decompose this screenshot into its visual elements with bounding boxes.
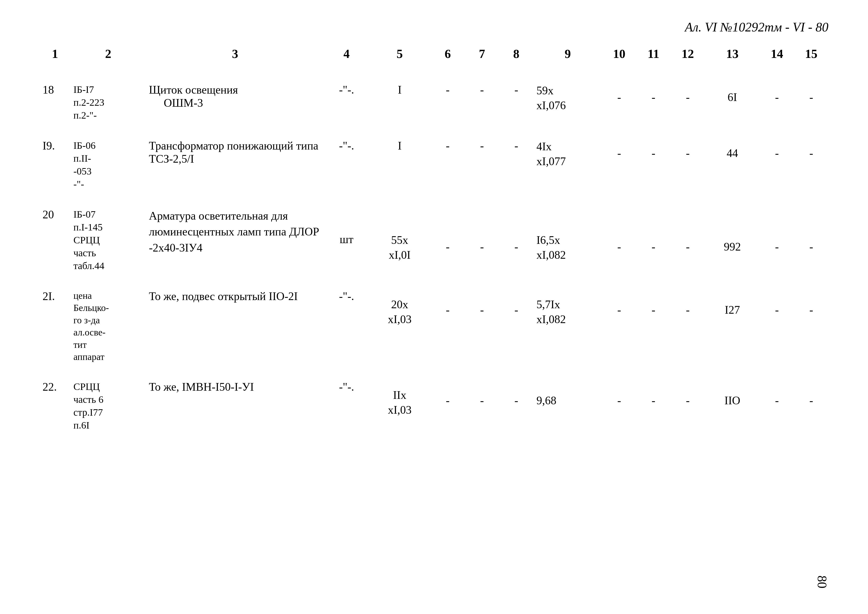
- table-row: 18 IБ-I7п.2-223п.2-"- Щиток освещенияОШМ…: [40, 71, 828, 124]
- row-20-col3: Арматура осветительная для люминесцентны…: [146, 193, 324, 275]
- row-22-col14: -: [760, 365, 794, 434]
- document-title: Ал. VI №10292тм - VI - 80: [685, 20, 828, 34]
- row-21-col3: То же, подвес открытый IIO-2I: [146, 275, 324, 365]
- row-20-col6: -: [431, 193, 465, 275]
- row-19-col7: -: [465, 124, 499, 193]
- row-22-col5: IIххI,03: [369, 365, 431, 434]
- row-21-col7: -: [465, 275, 499, 365]
- col-header-13: 13: [705, 45, 760, 71]
- row-19-col6: -: [431, 124, 465, 193]
- table-row: 22. СРЦЦчасть 6стр.I77п.6I То же, IMBН-I…: [40, 365, 828, 434]
- row-18-col7: -: [465, 71, 499, 124]
- row-18-col3: Щиток освещенияОШМ-3: [146, 71, 324, 124]
- row-22-col6: -: [431, 365, 465, 434]
- row-22-col4: -"-.: [324, 365, 369, 434]
- row-19-col15: -: [794, 124, 828, 193]
- col-header-9: 9: [533, 45, 602, 71]
- row-22-col7: -: [465, 365, 499, 434]
- row-22-col2: СРЦЦчасть 6стр.I77п.6I: [71, 365, 146, 434]
- row-21-col14: -: [760, 275, 794, 365]
- row-18-col10: -: [602, 71, 636, 124]
- row-19-col12: -: [671, 124, 705, 193]
- col-header-3: 3: [146, 45, 324, 71]
- row-22-col9: 9,68: [533, 365, 602, 434]
- row-21-col15: -: [794, 275, 828, 365]
- table-container: 1 2 3 4 5 6 7 8 9 10 11 12 13 14 15: [40, 45, 828, 434]
- row-22-col12: -: [671, 365, 705, 434]
- row-20-col13: 992: [705, 193, 760, 275]
- col-header-11: 11: [636, 45, 671, 71]
- row-20-col2: IБ-07п.I-145СРЦЦчастьтабл.44: [71, 193, 146, 275]
- col-header-15: 15: [794, 45, 828, 71]
- row-21-col6: -: [431, 275, 465, 365]
- row-20-col9: I6,5ххI,082: [533, 193, 602, 275]
- row-18-col13: 6I: [705, 71, 760, 124]
- row-18-col2: IБ-I7п.2-223п.2-"-: [71, 71, 146, 124]
- row-20-col11: -: [636, 193, 671, 275]
- row-20-col4: шт: [324, 193, 369, 275]
- row-22-col1: 22.: [40, 365, 71, 434]
- row-19-col10: -: [602, 124, 636, 193]
- row-19-col4: -"-.: [324, 124, 369, 193]
- row-18-col8: -: [499, 71, 533, 124]
- row-21-col1: 2I.: [40, 275, 71, 365]
- row-21-col9: 5,7IххI,082: [533, 275, 602, 365]
- col-header-7: 7: [465, 45, 499, 71]
- col-header-8: 8: [499, 45, 533, 71]
- row-22-col8: -: [499, 365, 533, 434]
- page-number: 80: [815, 575, 828, 589]
- column-header-row: 1 2 3 4 5 6 7 8 9 10 11 12 13 14 15: [40, 45, 828, 71]
- row-20-col5: 55ххI,0I: [369, 193, 431, 275]
- row-18-col15: -: [794, 71, 828, 124]
- row-19-col2: IБ-06п.II--053-"-: [71, 124, 146, 193]
- row-19-col5: I: [369, 124, 431, 193]
- table-row: 20 IБ-07п.I-145СРЦЦчастьтабл.44 Арматура…: [40, 193, 828, 275]
- row-18-col1: 18: [40, 71, 71, 124]
- row-20-col15: -: [794, 193, 828, 275]
- row-21-col11: -: [636, 275, 671, 365]
- row-21-col12: -: [671, 275, 705, 365]
- row-21-col13: I27: [705, 275, 760, 365]
- row-19-col11: -: [636, 124, 671, 193]
- row-19-col14: -: [760, 124, 794, 193]
- col-header-1: 1: [40, 45, 71, 71]
- row-20-col12: -: [671, 193, 705, 275]
- row-22-col15: -: [794, 365, 828, 434]
- row-22-col10: -: [602, 365, 636, 434]
- row-18-col9: 59ххI,076: [533, 71, 602, 124]
- row-22-col13: IIO: [705, 365, 760, 434]
- page: Ал. VI №10292тм - VI - 80 1 2 3 4 5 6 7 …: [0, 0, 868, 614]
- row-19-col1: I9.: [40, 124, 71, 193]
- row-20-col1: 20: [40, 193, 71, 275]
- row-20-col10: -: [602, 193, 636, 275]
- row-22-col11: -: [636, 365, 671, 434]
- row-21-col2: ценаБельцко-го з-даал.осве-титаппарат: [71, 275, 146, 365]
- row-18-col14: -: [760, 71, 794, 124]
- row-20-col8: -: [499, 193, 533, 275]
- row-18-col11: -: [636, 71, 671, 124]
- row-18-col5: I: [369, 71, 431, 124]
- row-19-col8: -: [499, 124, 533, 193]
- col-header-14: 14: [760, 45, 794, 71]
- row-22-col3: То же, IMBН-I50-I-УI: [146, 365, 324, 434]
- col-header-6: 6: [431, 45, 465, 71]
- row-20-col14: -: [760, 193, 794, 275]
- col-header-5: 5: [369, 45, 431, 71]
- main-table: 1 2 3 4 5 6 7 8 9 10 11 12 13 14 15: [40, 45, 828, 434]
- row-21-col10: -: [602, 275, 636, 365]
- row-21-col8: -: [499, 275, 533, 365]
- row-19-col9: 4IххI,077: [533, 124, 602, 193]
- col-header-10: 10: [602, 45, 636, 71]
- row-18-col4: -"-.: [324, 71, 369, 124]
- row-21-col5: 20ххI,03: [369, 275, 431, 365]
- row-18-col12: -: [671, 71, 705, 124]
- row-21-col4: -"-.: [324, 275, 369, 365]
- table-row: 2I. ценаБельцко-го з-даал.осве-титаппара…: [40, 275, 828, 365]
- row-20-col7: -: [465, 193, 499, 275]
- col-header-4: 4: [324, 45, 369, 71]
- table-row: I9. IБ-06п.II--053-"- Трансформатор пони…: [40, 124, 828, 193]
- col-header-12: 12: [671, 45, 705, 71]
- row-19-col13: 44: [705, 124, 760, 193]
- row-19-col3: Трансформатор понижающий типа ТСЗ-2,5/I: [146, 124, 324, 193]
- row-18-col6: -: [431, 71, 465, 124]
